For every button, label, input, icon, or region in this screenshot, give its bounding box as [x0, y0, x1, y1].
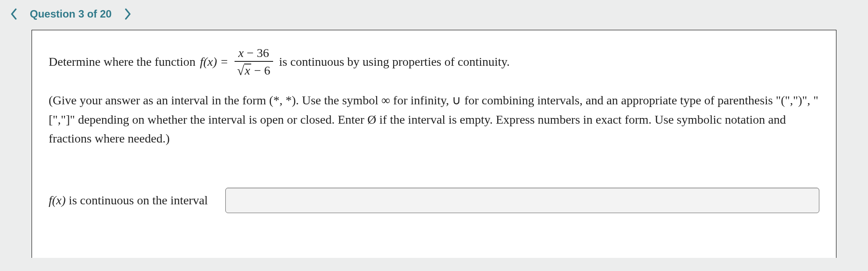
- radical-sign-icon: √: [237, 64, 244, 77]
- square-root: √ x: [237, 64, 251, 77]
- fraction-numerator: x − 36: [236, 46, 272, 60]
- fraction: x − 36 √ x − 6: [235, 46, 273, 78]
- question-position-label: Question 3 of 20: [30, 8, 112, 20]
- chevron-right-icon: [124, 8, 131, 20]
- prompt-trail-text: is continuous by using properties of con…: [279, 52, 510, 71]
- question-prompt: Determine where the function f(x) = x − …: [49, 46, 819, 78]
- question-card: Determine where the function f(x) = x − …: [32, 30, 836, 258]
- answer-row: f(x) is continuous on the interval: [49, 188, 819, 213]
- question-nav: Question 3 of 20: [0, 0, 868, 30]
- chevron-left-icon: [11, 8, 18, 20]
- answer-label: f(x) is continuous on the interval: [49, 191, 208, 210]
- prev-question-button[interactable]: [11, 8, 18, 20]
- interval-answer-input[interactable]: [225, 188, 819, 213]
- function-name: f(x) =: [200, 52, 228, 71]
- answer-format-instructions: (Give your answer as an interval in the …: [49, 91, 819, 148]
- fraction-denominator: √ x − 6: [235, 64, 273, 78]
- prompt-lead-text: Determine where the function: [49, 52, 196, 71]
- fraction-bar: [235, 61, 273, 62]
- next-question-button[interactable]: [124, 8, 131, 20]
